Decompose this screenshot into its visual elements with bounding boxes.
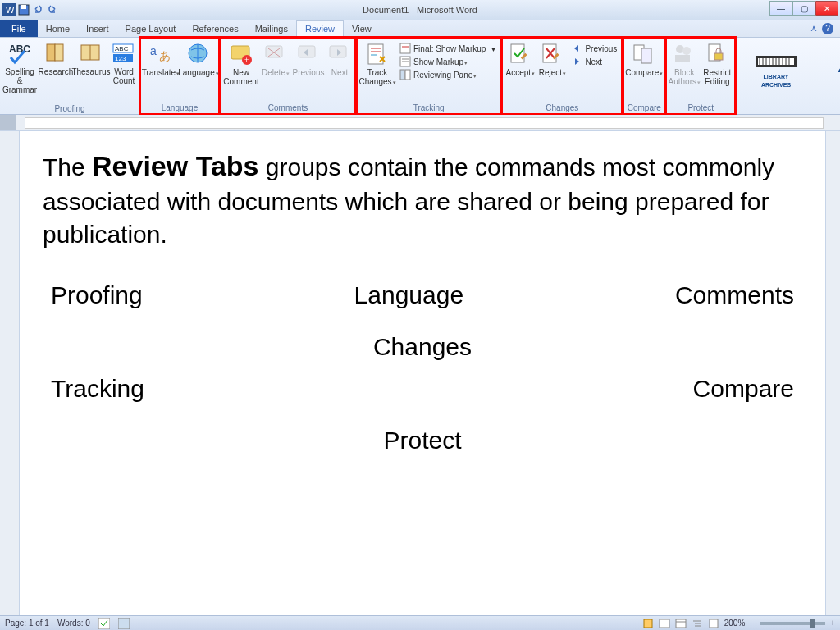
previous-comment-button[interactable]: Previous	[292, 40, 325, 79]
group-comments: + New Comment Delete Previous Next Comme…	[219, 36, 357, 116]
window-title: Document1 - Microsoft Word	[363, 5, 477, 15]
show-markup-icon	[399, 56, 411, 67]
print-layout-view-icon[interactable]	[642, 618, 654, 629]
full-screen-view-icon[interactable]	[659, 618, 670, 629]
status-words[interactable]: Words: 0	[57, 619, 90, 628]
spelling-icon: ABC	[7, 41, 32, 66]
language-button[interactable]: Language	[180, 40, 217, 79]
group-labels-list: Proofing Language Comments Changes Track…	[43, 276, 802, 459]
minimize-button[interactable]: —	[769, 1, 792, 16]
group-protect: Block Authors Restrict Editing Protect	[664, 36, 737, 116]
label-compare: Compare	[693, 370, 794, 407]
reject-button[interactable]: Reject	[537, 40, 567, 79]
quick-access-toolbar: W	[0, 3, 60, 16]
label-comments: Comments	[675, 276, 794, 313]
label-tracking: Tracking	[51, 370, 144, 407]
tab-mailings[interactable]: Mailings	[247, 20, 296, 37]
globe-icon	[186, 42, 211, 66]
next-arrow-icon	[571, 56, 582, 67]
reject-icon	[540, 42, 564, 66]
file-tab[interactable]: File	[0, 20, 38, 37]
label-changes: Changes	[373, 333, 472, 360]
undo-icon[interactable]	[32, 3, 45, 16]
compare-button[interactable]: Compare	[626, 40, 662, 79]
ribbon: ABC Spelling & Grammar Research Thesauru…	[0, 38, 840, 115]
tab-home[interactable]: Home	[38, 20, 78, 37]
display-for-review-dropdown[interactable]: Final: Show Markup▾	[397, 42, 498, 55]
redo-icon[interactable]	[47, 3, 60, 16]
group-label-compare: Compare	[626, 103, 662, 113]
group-label-comments: Comments	[223, 103, 353, 113]
zoom-level[interactable]: 200%	[724, 619, 746, 628]
intro-paragraph: The Review Tabs groups contain the comma…	[43, 148, 802, 252]
translate-icon: aあ	[148, 42, 173, 66]
translate-button[interactable]: aあ Translate	[143, 40, 179, 79]
new-comment-button[interactable]: + New Comment	[223, 40, 259, 88]
delete-comment-button[interactable]: Delete	[261, 40, 290, 79]
vertical-scrollbar[interactable]	[825, 131, 840, 615]
block-authors-icon	[672, 42, 696, 66]
svg-text:ARCHIVES: ARCHIVES	[761, 82, 792, 88]
spell-check-status-icon[interactable]	[98, 618, 110, 629]
svg-rect-43	[675, 55, 690, 62]
group-compare: Compare Compare	[622, 36, 666, 116]
zoom-out-button[interactable]: −	[750, 619, 755, 628]
research-button[interactable]: Research	[39, 39, 72, 78]
show-markup-dropdown[interactable]: Show Markup	[397, 55, 498, 68]
svg-rect-3	[21, 5, 26, 9]
tab-insert[interactable]: Insert	[78, 20, 117, 37]
minimize-ribbon-icon[interactable]: ⋏	[810, 23, 817, 34]
reviewing-pane-icon	[399, 69, 411, 80]
svg-rect-19	[266, 46, 282, 57]
track-changes-button[interactable]: Track Changes	[359, 40, 395, 88]
help-icon[interactable]: ?	[822, 23, 833, 34]
restrict-editing-button[interactable]: Restrict Editing	[701, 40, 733, 88]
accept-button[interactable]: Accept	[504, 40, 536, 79]
horizontal-ruler[interactable]	[0, 115, 840, 131]
outline-view-icon[interactable]	[692, 618, 703, 629]
macro-status-icon[interactable]	[118, 618, 130, 629]
tab-review[interactable]: Review	[296, 20, 344, 37]
svg-text:+: +	[244, 56, 249, 64]
svg-rect-64	[98, 618, 110, 629]
tab-view[interactable]: View	[344, 20, 380, 37]
svg-rect-28	[400, 43, 410, 53]
maximize-button[interactable]: ▢	[792, 1, 815, 16]
svg-rect-66	[644, 619, 652, 628]
document-area: The Review Tabs groups contain the comma…	[0, 131, 840, 615]
zoom-in-button[interactable]: +	[830, 619, 835, 628]
draft-view-icon[interactable]	[708, 618, 719, 629]
thesaurus-button[interactable]: Thesaurus	[74, 39, 108, 78]
svg-text:ABC: ABC	[115, 45, 129, 52]
accept-icon	[508, 42, 532, 66]
vertical-ruler[interactable]	[0, 131, 20, 615]
spelling-grammar-button[interactable]: ABC Spelling & Grammar	[2, 39, 38, 96]
svg-rect-34	[405, 70, 410, 80]
zoom-slider[interactable]	[760, 622, 825, 625]
svg-rect-73	[710, 619, 718, 628]
svg-rect-35	[511, 44, 524, 62]
svg-rect-65	[118, 618, 130, 629]
group-label-language: Language	[143, 103, 217, 113]
previous-change-button[interactable]: Previous	[568, 42, 619, 55]
close-button[interactable]: ✕	[815, 1, 838, 16]
tab-references[interactable]: References	[184, 20, 246, 37]
next-comment-icon	[327, 42, 352, 66]
svg-rect-67	[660, 619, 669, 628]
word-count-button[interactable]: ABC123 Word Count	[110, 39, 138, 87]
compare-icon	[632, 42, 656, 66]
svg-rect-40	[641, 48, 651, 63]
save-icon[interactable]	[17, 3, 30, 16]
reviewing-pane-dropdown[interactable]: Reviewing Pane	[397, 68, 498, 81]
tab-page-layout[interactable]: Page Layout	[117, 20, 185, 37]
next-change-button[interactable]: Next	[568, 55, 619, 68]
status-page[interactable]: Page: 1 of 1	[5, 619, 49, 628]
document-page[interactable]: The Review Tabs groups contain the comma…	[20, 131, 825, 615]
group-changes: Accept Reject Previous Next Changes	[500, 36, 623, 116]
thesaurus-icon	[79, 41, 103, 66]
next-comment-button[interactable]: Next	[326, 40, 353, 79]
track-changes-icon	[365, 42, 390, 66]
group-label-protect: Protect	[669, 103, 733, 113]
web-layout-view-icon[interactable]	[675, 618, 687, 629]
block-authors-button[interactable]: Block Authors	[669, 40, 700, 88]
